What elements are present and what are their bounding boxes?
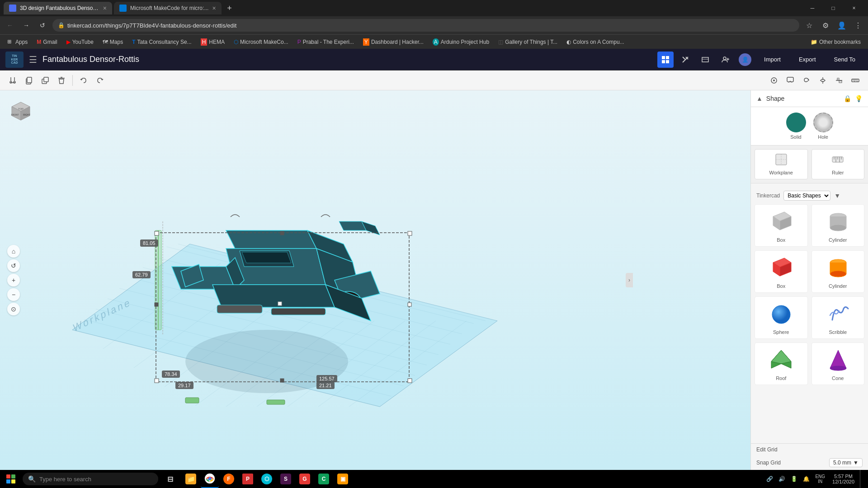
taskview-button[interactable]: ⊟ bbox=[161, 470, 179, 488]
tab-inactive[interactable]: Microsoft MakeCode for micro:... × bbox=[114, 2, 222, 14]
bookmark-maps[interactable]: 🗺 Maps bbox=[99, 38, 127, 46]
network-icon[interactable]: 🔗 bbox=[764, 475, 775, 483]
ruler-button[interactable]: Ruler bbox=[811, 149, 865, 179]
bookmark-apps[interactable]: ⊞ Apps bbox=[4, 38, 31, 46]
battery-icon[interactable]: 🔋 bbox=[789, 475, 799, 483]
orbit-button[interactable]: ↺ bbox=[7, 259, 20, 272]
lock-shape-button[interactable]: 🔒 bbox=[844, 95, 851, 102]
refresh-button[interactable]: ↺ bbox=[36, 19, 49, 32]
mirror-button[interactable] bbox=[816, 73, 830, 88]
shape-item-cylinder-gray[interactable]: Cylinder bbox=[811, 204, 865, 247]
bookmark-colors[interactable]: ◐ Colors on A Compu... bbox=[563, 38, 627, 46]
pickaxe-button[interactable] bbox=[677, 52, 693, 68]
profile-button[interactable]: 👤 bbox=[835, 19, 848, 32]
cut-button[interactable] bbox=[5, 73, 20, 88]
import-button[interactable]: Import bbox=[757, 53, 788, 66]
library-dropdown-icon[interactable]: ▼ bbox=[834, 192, 840, 199]
library-category-select[interactable]: Basic Shapes bbox=[783, 191, 830, 201]
rotate-button[interactable] bbox=[799, 73, 814, 88]
address-bar[interactable]: 🔒 tinkercad.com/things/7p7T7BIde4V-fanta… bbox=[52, 19, 799, 32]
home-view-button[interactable]: ⌂ bbox=[7, 245, 20, 258]
ruler-tool-button[interactable] bbox=[848, 73, 863, 88]
tab-active[interactable]: 3D design Fantabulous Densor-R... × bbox=[4, 2, 112, 14]
taskbar-chrome[interactable] bbox=[201, 470, 219, 488]
taskbar-powerpoint[interactable]: P bbox=[239, 470, 257, 488]
export-button[interactable]: Export bbox=[792, 53, 823, 66]
bookmark-makecode[interactable]: ⬡ Microsoft MakeCo... bbox=[230, 38, 292, 46]
tab-close-1[interactable]: × bbox=[103, 5, 107, 12]
grid-view-button[interactable] bbox=[657, 52, 674, 68]
bookmark-youtube[interactable]: ▶ YouTube bbox=[63, 38, 97, 46]
shape-collapse-icon[interactable]: ▲ bbox=[756, 95, 763, 102]
svg-marker-124 bbox=[830, 350, 846, 368]
bookmark-gallery-label: Gallery of Things | T... bbox=[505, 39, 557, 45]
taskbar-app8[interactable]: G bbox=[296, 470, 314, 488]
hole-type-button[interactable]: Hole bbox=[813, 113, 833, 140]
comment-button[interactable] bbox=[783, 73, 797, 88]
bookmark-dashboard[interactable]: Y Dashboard | Hacker... bbox=[359, 38, 427, 47]
delete-button[interactable] bbox=[54, 73, 69, 88]
new-tab-button[interactable]: + bbox=[223, 2, 236, 14]
close-button[interactable]: × bbox=[844, 0, 864, 16]
box-gray-label: Box bbox=[777, 237, 785, 243]
volume-icon[interactable]: 🔊 bbox=[777, 475, 787, 483]
profile-avatar[interactable]: 👤 bbox=[737, 52, 753, 68]
taskbar-slack[interactable]: S bbox=[277, 470, 295, 488]
shape-item-box-gray[interactable]: Box bbox=[755, 204, 808, 247]
person-add-button[interactable] bbox=[717, 52, 733, 68]
notification-icon[interactable]: 🔔 bbox=[801, 475, 811, 483]
fit-view-button[interactable]: ⊙ bbox=[7, 303, 20, 315]
hamburger-menu[interactable]: ☰ bbox=[29, 54, 37, 65]
taskbar-apps: 📁 F P ⬡ S G bbox=[182, 470, 352, 488]
bookmark-hema[interactable]: H HEMA bbox=[197, 38, 228, 47]
extension-button[interactable]: ⚙ bbox=[819, 19, 832, 32]
search-bar[interactable]: 🔍 Type here to search bbox=[23, 473, 158, 485]
taskbar-app10[interactable]: ▣ bbox=[334, 470, 352, 488]
light-shape-button[interactable]: 💡 bbox=[855, 95, 863, 102]
panel-expand-toggle[interactable]: › bbox=[626, 273, 633, 287]
shape-item-cylinder-orange[interactable]: Cylinder bbox=[811, 250, 865, 293]
bookmark-prabal[interactable]: P Prabal - The Experi... bbox=[294, 38, 358, 46]
undo-button[interactable] bbox=[76, 73, 91, 88]
redo-button[interactable] bbox=[93, 73, 107, 88]
view-cube[interactable]: TOP FRONT RIGHT bbox=[7, 98, 34, 125]
menu-button[interactable]: ⋮ bbox=[852, 19, 864, 32]
zoom-out-button[interactable]: − bbox=[7, 288, 20, 301]
solid-type-button[interactable]: Solid bbox=[786, 113, 806, 140]
duplicate-button[interactable] bbox=[38, 73, 52, 88]
bookmark-arduino[interactable]: A Arduino Project Hub bbox=[429, 38, 493, 47]
taskbar-firefox[interactable]: F bbox=[220, 470, 238, 488]
send-to-button[interactable]: Send To bbox=[827, 53, 863, 66]
tinkercad-logo[interactable]: TINKERCAD bbox=[5, 52, 24, 68]
system-clock[interactable]: 5:57 PM 12/1/2020 bbox=[829, 474, 858, 484]
maximize-button[interactable]: □ bbox=[823, 0, 844, 16]
shape-item-sphere[interactable]: Sphere bbox=[755, 296, 808, 339]
bookmark-gmail[interactable]: M Gmail bbox=[33, 38, 61, 46]
workplane-button[interactable]: Workplane bbox=[755, 149, 808, 179]
back-button[interactable]: ← bbox=[4, 19, 16, 32]
snap-value-display[interactable]: 5.0 mm ▼ bbox=[829, 458, 863, 467]
align-button[interactable] bbox=[832, 73, 846, 88]
copy-button[interactable] bbox=[22, 73, 36, 88]
bookmark-other[interactable]: 📁 Other bookmarks bbox=[807, 38, 864, 46]
language-indicator[interactable]: ENG IN bbox=[813, 474, 827, 484]
viewport[interactable]: Workplane 81.05 62.79 78.34 29.17 125.57… bbox=[0, 90, 750, 470]
tab-close-2[interactable]: × bbox=[212, 5, 216, 12]
box-button[interactable] bbox=[697, 52, 713, 68]
bookmark-gallery[interactable]: ◫ Gallery of Things | T... bbox=[495, 38, 561, 46]
forward-button[interactable]: → bbox=[20, 19, 33, 32]
start-button[interactable] bbox=[2, 470, 20, 488]
show-desktop-button[interactable] bbox=[860, 470, 863, 488]
star-button[interactable]: ☆ bbox=[803, 19, 816, 32]
taskbar-app9[interactable]: C bbox=[315, 470, 333, 488]
shape-item-roof[interactable]: Roof bbox=[755, 343, 808, 385]
shape-item-cone[interactable]: Cone bbox=[811, 343, 865, 385]
zoom-in-button[interactable]: + bbox=[7, 274, 20, 286]
bookmark-tcs[interactable]: T Tata Consultancy Se... bbox=[128, 38, 195, 46]
shape-item-box-red[interactable]: Box bbox=[755, 250, 808, 293]
shape-item-scribble[interactable]: Scribble bbox=[811, 296, 865, 339]
taskbar-explorer[interactable]: 📁 bbox=[182, 470, 200, 488]
taskbar-app6[interactable]: ⬡ bbox=[258, 470, 276, 488]
snap-button[interactable] bbox=[767, 73, 781, 88]
minimize-button[interactable]: ─ bbox=[802, 0, 823, 16]
